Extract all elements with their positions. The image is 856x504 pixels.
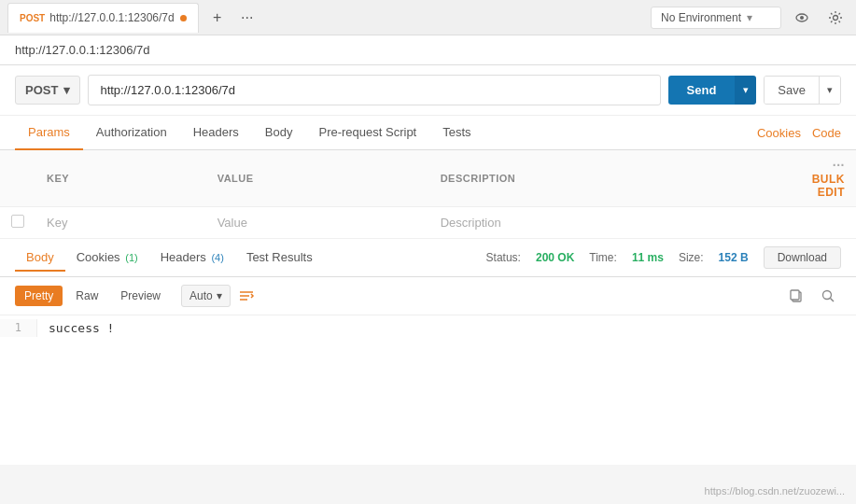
- line-number: 1: [0, 319, 37, 337]
- bulk-edit-link[interactable]: Bulk Edit: [812, 173, 845, 199]
- environment-label: No Environment: [661, 11, 741, 24]
- params-value-header: VALUE: [206, 150, 429, 207]
- send-dropdown-button[interactable]: ▾: [735, 76, 756, 105]
- eye-button[interactable]: [789, 5, 815, 31]
- row-description-input[interactable]: Description: [429, 207, 800, 239]
- params-actions-header: ··· Bulk Edit: [800, 150, 856, 207]
- save-button-group: Save ▾: [764, 76, 841, 105]
- params-description-header: DESCRIPTION: [429, 150, 800, 207]
- row-value-input[interactable]: Value: [206, 207, 429, 239]
- address-url: http://127.0.0.1:12306/7d: [15, 43, 150, 57]
- save-button[interactable]: Save: [765, 77, 819, 104]
- tab-url: http://127.0.0.1:12306/7d: [49, 11, 174, 24]
- format-label: Auto: [189, 289, 213, 302]
- env-bar: No Environment ▾: [651, 5, 849, 31]
- params-more-icon[interactable]: ···: [833, 158, 845, 173]
- body-toolbar: Pretty Raw Preview Auto ▾: [0, 277, 856, 315]
- search-icon: [821, 288, 835, 303]
- view-preview-button[interactable]: Preview: [111, 286, 170, 306]
- size-label: Size:: [679, 251, 704, 264]
- svg-rect-7: [791, 290, 799, 300]
- row-key-input[interactable]: Key: [35, 207, 206, 239]
- size-value: 152 B: [719, 251, 749, 264]
- tab-bar: POST http://127.0.0.1:12306/7d + ··· No …: [0, 0, 856, 35]
- status-label: Status:: [486, 251, 521, 264]
- tab-actions: + ···: [206, 7, 259, 29]
- format-arrow: ▾: [217, 289, 222, 302]
- tab-authorization[interactable]: Authorization: [83, 116, 180, 150]
- view-pretty-button[interactable]: Pretty: [15, 286, 63, 306]
- request-tab[interactable]: POST http://127.0.0.1:12306/7d: [7, 3, 199, 33]
- method-arrow: ▾: [63, 83, 70, 97]
- tab-headers[interactable]: Headers: [180, 116, 252, 150]
- params-placeholder-row: Key Value Description: [0, 207, 856, 239]
- wrap-icon: [238, 287, 255, 304]
- code-area-wrapper: 1 success !: [0, 315, 856, 465]
- settings-button[interactable]: [822, 5, 849, 31]
- response-bar: Body Cookies (1) Headers (4) Test Result…: [0, 239, 856, 277]
- format-select[interactable]: Auto ▾: [181, 285, 231, 307]
- svg-point-2: [834, 15, 838, 20]
- svg-point-1: [800, 16, 804, 20]
- response-tabs: Body Cookies (1) Headers (4) Test Result…: [15, 245, 324, 271]
- method-select[interactable]: POST ▾: [15, 76, 80, 105]
- params-checkbox-header: [0, 150, 35, 207]
- row-checkbox[interactable]: [0, 207, 35, 239]
- copy-icon: [789, 288, 804, 303]
- request-bar: POST ▾ Send ▾ Save ▾: [0, 65, 856, 116]
- tab-tests[interactable]: Tests: [429, 116, 484, 150]
- cookies-badge: (1): [125, 252, 137, 263]
- add-tab-button[interactable]: +: [206, 7, 229, 29]
- request-nav-tabs: Params Authorization Headers Body Pre-re…: [0, 116, 856, 150]
- code-link[interactable]: Code: [812, 126, 841, 140]
- code-line-1: 1 success !: [0, 315, 856, 343]
- response-tab-test-results[interactable]: Test Results: [235, 245, 324, 272]
- send-button[interactable]: Send: [668, 76, 736, 105]
- params-table: KEY VALUE DESCRIPTION ··· Bulk Edit Key …: [0, 150, 856, 239]
- search-button[interactable]: [815, 283, 841, 309]
- svg-point-8: [823, 291, 832, 300]
- code-area[interactable]: 1 success !: [0, 315, 856, 465]
- response-tab-body[interactable]: Body: [15, 245, 65, 272]
- time-value: 11 ms: [632, 251, 664, 264]
- more-tabs-button[interactable]: ···: [236, 7, 259, 29]
- tab-method-badge: POST: [20, 13, 45, 23]
- line-content: success !: [37, 319, 114, 339]
- save-dropdown-button[interactable]: ▾: [819, 77, 840, 104]
- params-key-header: KEY: [35, 150, 206, 207]
- download-button[interactable]: Download: [764, 246, 841, 269]
- url-input[interactable]: [88, 75, 660, 105]
- response-tab-headers[interactable]: Headers (4): [149, 245, 235, 272]
- response-tab-cookies[interactable]: Cookies (1): [65, 245, 149, 272]
- copy-button[interactable]: [783, 283, 809, 309]
- address-bar: http://127.0.0.1:12306/7d: [0, 35, 856, 65]
- tab-pre-request-script[interactable]: Pre-request Script: [305, 116, 429, 150]
- wrap-lines-button[interactable]: [234, 284, 259, 308]
- env-dropdown-arrow: ▾: [747, 11, 752, 24]
- tab-unsaved-dot: [180, 15, 187, 21]
- svg-line-9: [831, 299, 835, 302]
- send-button-group: Send ▾: [668, 76, 757, 105]
- gear-icon: [828, 10, 843, 25]
- headers-badge: (4): [211, 252, 223, 263]
- time-label: Time:: [589, 251, 617, 264]
- response-status: Status: 200 OK Time: 11 ms Size: 152 B D…: [486, 246, 841, 269]
- cookies-link[interactable]: Cookies: [757, 126, 801, 140]
- environment-select[interactable]: No Environment ▾: [651, 7, 781, 29]
- view-raw-button[interactable]: Raw: [66, 286, 107, 306]
- tab-body[interactable]: Body: [252, 116, 306, 150]
- method-label: POST: [25, 83, 58, 97]
- status-value: 200 OK: [536, 251, 574, 264]
- eye-icon: [794, 10, 809, 25]
- nav-right-links: Cookies Code: [757, 126, 841, 140]
- body-right-actions: [783, 283, 841, 309]
- tab-params[interactable]: Params: [15, 116, 83, 150]
